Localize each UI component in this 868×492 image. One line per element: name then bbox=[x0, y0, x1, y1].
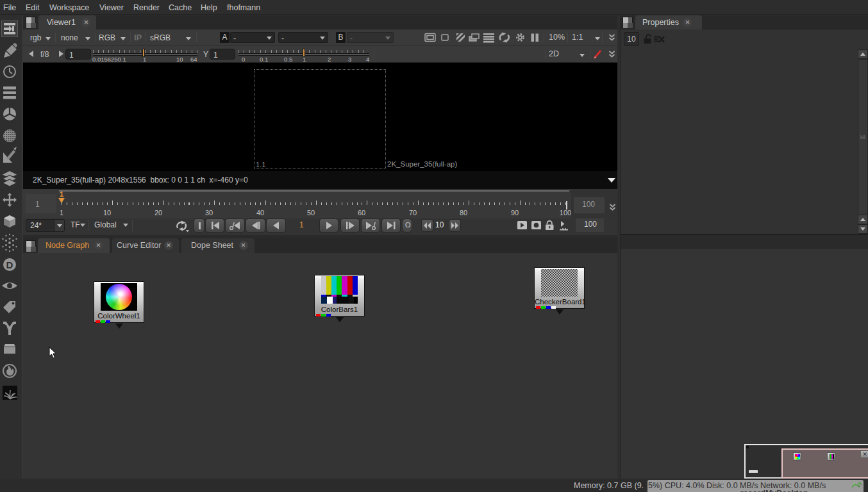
svg-text:D: D bbox=[6, 259, 13, 270]
